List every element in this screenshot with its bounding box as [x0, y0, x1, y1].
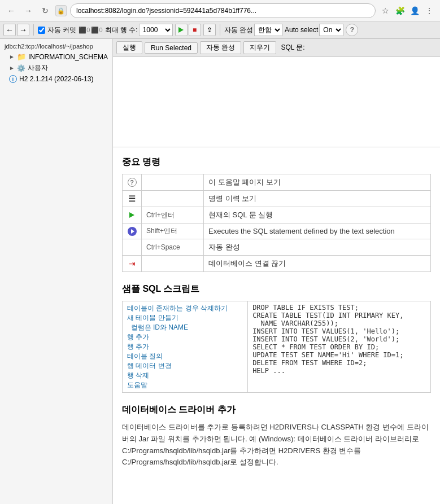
cmd-icon-3 — [123, 207, 142, 223]
list-item: 행 추가 — [127, 332, 243, 342]
cmd-desc-1: 이 도움말 페이지 보기 — [204, 174, 431, 191]
commands-table: ? 이 도움말 페이지 보기 ☰ 명령 이력 보기 — [122, 174, 431, 272]
help-circle-icon: ? — [128, 178, 137, 187]
content-area: 중요 명령 ? 이 도움말 페이지 보기 ☰ — [113, 147, 440, 504]
sep2 — [220, 24, 220, 36]
auto-commit-label: 자동 커밋 — [47, 25, 76, 35]
cmd-key-6 — [142, 256, 204, 272]
cmd-key-1 — [142, 174, 204, 191]
auto-complete-label: 자동 완성 — [224, 25, 253, 35]
table-row: ? 이 도움말 페이지 보기 — [123, 174, 431, 191]
browser-chrome: ← → ↻ 🔒 ☆ 🧩 👤 ⋮ ← → 자동 커밋 ⬛0 ⬛0 최대 행 수: — [0, 0, 440, 39]
toolbar-indicator-group: ⬛0 ⬛0 — [79, 27, 102, 34]
driver-title: 데이터베이스 드라이버 추가 — [122, 404, 431, 416]
back-button[interactable]: ← — [5, 4, 18, 17]
cmd-desc-5: 자동 완성 — [204, 239, 431, 256]
script-link-5[interactable]: 테이블 질의 — [127, 352, 163, 360]
address-bar[interactable] — [70, 3, 376, 18]
extensions-button[interactable]: 🧩 — [394, 5, 406, 17]
auto-select-select[interactable]: On Off — [319, 24, 343, 36]
script-link-8[interactable]: 도움말 — [127, 381, 147, 389]
sidebar-item-users[interactable]: ► ⚙️ 사용자 — [0, 62, 112, 74]
table-row: Ctrl+Space 자동 완성 — [123, 239, 431, 256]
sql-action-bar: 실행 Run Selected 자동 완성 지우기 SQL 문: — [113, 39, 440, 57]
script-link-1[interactable]: 새 테이블 만들기 — [127, 314, 178, 322]
script-link-7[interactable]: 행 삭제 — [127, 371, 149, 379]
app-body: jdbc:h2:tcp://localhost/~/jpashop ► 📁 IN… — [0, 39, 440, 504]
scripts-table: 테이블이 존재하는 경우 삭제하기 새 테이블 만들기 컬럼은 ID와 NAME… — [122, 301, 431, 393]
scripts-title: 샘플 SQL 스크립트 — [122, 283, 431, 295]
cmd-icon-4 — [123, 223, 142, 239]
list-item: 테이블 질의 — [127, 352, 243, 361]
table-row: 테이블이 존재하는 경우 삭제하기 새 테이블 만들기 컬럼은 ID와 NAME… — [123, 301, 431, 393]
cmd-key-5: Ctrl+Space — [142, 239, 204, 256]
refresh-button[interactable]: ↻ — [38, 4, 52, 17]
browser-nav: ← → ↻ 🔒 ☆ 🧩 👤 ⋮ — [0, 0, 440, 22]
info-schema-label: INFORMATION_SCHEMA — [28, 53, 108, 61]
disconnect-icon: ⇥ — [129, 259, 136, 268]
script-links-cell: 테이블이 존재하는 경우 삭제하기 새 테이블 만들기 컬럼은 ID와 NAME… — [123, 301, 248, 393]
sidebar-connection[interactable]: jdbc:h2:tcp://localhost/~/jpashop — [0, 41, 112, 51]
driver-section: 데이터베이스 드라이버 추가 데이터베이스 드라이버를 추가로 등록하려면 H2… — [122, 404, 431, 468]
run-button[interactable]: 실행 — [116, 41, 142, 54]
sql-editor[interactable] — [113, 57, 440, 147]
forward-button[interactable]: → — [21, 4, 35, 17]
toolbar-export-btn[interactable]: ⇪ — [203, 24, 216, 36]
menu-button[interactable]: ⋮ — [423, 5, 435, 17]
run-icon — [178, 27, 184, 33]
table-row: ☰ 명령 이력 보기 — [123, 191, 431, 207]
clear-button[interactable]: 지우기 — [243, 41, 276, 54]
sidebar-item-info-schema[interactable]: ► 📁 INFORMATION_SCHEMA — [0, 51, 112, 62]
cmd-desc-6: 데이터베이스 연결 끊기 — [204, 256, 431, 272]
cmd-key-2 — [142, 191, 204, 207]
script-link-2[interactable]: 컬럼은 ID와 NAME — [127, 323, 188, 331]
cmd-key-3: Ctrl+엔터 — [142, 207, 204, 223]
bookmark-button[interactable]: ☆ — [379, 5, 391, 17]
sql-label: SQL 문: — [281, 43, 304, 52]
sep1 — [33, 24, 34, 36]
connection-label: jdbc:h2:tcp://localhost/~/jpashop — [5, 43, 93, 50]
max-rows-label: 최대 행 수: — [105, 25, 138, 35]
list-icon: ☰ — [128, 194, 136, 203]
secure-icon: 🔒 — [55, 5, 67, 16]
cmd-key-4: Shift+엔터 — [142, 223, 204, 239]
cmd-desc-3: 현재의 SQL 문 실행 — [204, 207, 431, 223]
expand-icon-info-schema: ► — [9, 54, 15, 60]
auto-select-label: Auto select — [285, 26, 318, 34]
toolbar-autocommit-group: 자동 커밋 — [38, 25, 76, 35]
sidebar: jdbc:h2:tcp://localhost/~/jpashop ► 📁 IN… — [0, 39, 113, 504]
auto-complete-select[interactable]: 한함 끔 — [254, 24, 282, 36]
play-blue-icon — [128, 227, 137, 236]
toolbar-forward-btn[interactable]: → — [17, 24, 29, 36]
cmd-icon-1: ? — [123, 174, 142, 191]
driver-text: 데이터베이스 드라이버를 추가로 등록하려면 H2DRIVERS나 CLASSP… — [122, 422, 431, 468]
auto-complete-button[interactable]: 자동 완성 — [200, 41, 241, 54]
version-label: H2 2.1.214 (2022-06-13) — [19, 75, 93, 83]
list-item: 행 추가 — [127, 342, 243, 352]
script-code-cell: DROP TABLE IF EXISTS TEST; CREATE TABLE … — [248, 301, 431, 393]
info-icon: i — [9, 75, 17, 83]
script-link-3[interactable]: 행 추가 — [127, 333, 149, 341]
toolbar-autoselect-group: Auto select On Off — [285, 24, 343, 36]
script-link-6[interactable]: 행 데이터 변경 — [127, 362, 172, 370]
list-item: 행 삭제 — [127, 371, 243, 380]
play-green-icon — [129, 212, 134, 218]
toolbar-back-btn[interactable]: ← — [3, 24, 16, 36]
script-code: DROP TABLE IF EXISTS TEST; CREATE TABLE … — [252, 304, 403, 375]
cmd-icon-6: ⇥ — [123, 256, 142, 272]
toolbar-help-btn[interactable]: ? — [346, 24, 358, 36]
toolbar-run-btn[interactable] — [175, 24, 188, 36]
run-selected-button[interactable]: Run Selected — [145, 42, 198, 54]
table-row: Ctrl+엔터 현재의 SQL 문 실행 — [123, 207, 431, 223]
profile-button[interactable]: 👤 — [408, 5, 421, 17]
auto-commit-checkbox[interactable] — [38, 27, 45, 34]
list-item: 컬럼은 ID와 NAME — [127, 323, 243, 332]
users-label: 사용자 — [28, 63, 48, 73]
max-rows-select[interactable]: 1000 100 500 10000 — [139, 24, 173, 36]
script-link-0[interactable]: 테이블이 존재하는 경우 삭제하기 — [127, 304, 228, 312]
toolbar-autocomplete-group: 자동 완성 한함 끔 — [224, 24, 282, 36]
toolbar-stop-btn[interactable]: ■ — [189, 24, 201, 36]
script-link-4[interactable]: 행 추가 — [127, 343, 149, 350]
indicator1: ⬛0 — [79, 27, 90, 34]
list-item: 새 테이블 만들기 — [127, 313, 243, 323]
